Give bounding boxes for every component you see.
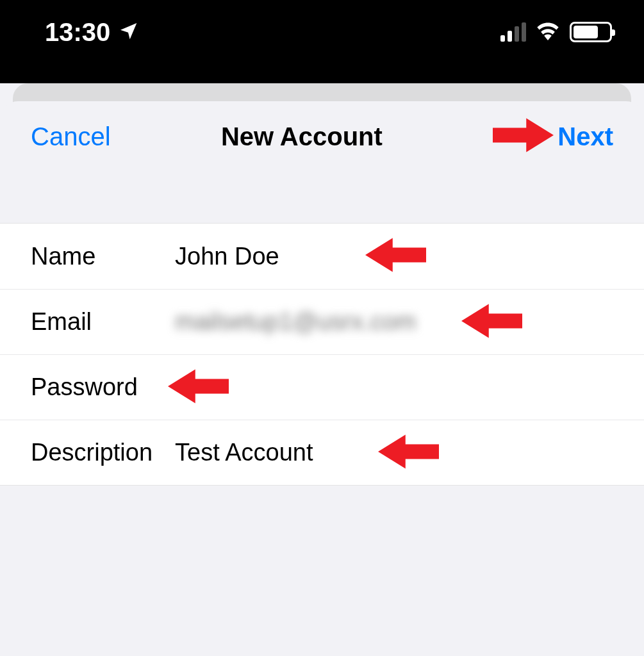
- email-row[interactable]: Email: [0, 289, 644, 354]
- cancel-button[interactable]: Cancel: [31, 122, 111, 151]
- password-field[interactable]: [175, 373, 613, 401]
- description-field[interactable]: [175, 439, 613, 466]
- battery-icon: [570, 22, 612, 42]
- navigation-bar: Cancel New Account Next: [0, 101, 644, 172]
- name-label: Name: [31, 243, 175, 270]
- name-field[interactable]: [175, 243, 613, 270]
- description-label: Description: [31, 439, 175, 466]
- password-row[interactable]: Password: [0, 354, 644, 420]
- email-label: Email: [31, 308, 175, 336]
- wifi-icon: [535, 21, 561, 43]
- password-label: Password: [31, 373, 175, 401]
- annotation-arrow-icon: [493, 116, 554, 157]
- cellular-signal-icon: [500, 22, 526, 42]
- status-time: 13:30: [45, 18, 110, 47]
- page-title: New Account: [221, 122, 383, 151]
- email-field[interactable]: [175, 308, 613, 336]
- description-row[interactable]: Description: [0, 420, 644, 485]
- fields-group: Name Email Password Description: [0, 223, 644, 486]
- status-bar: 13:30: [0, 0, 644, 83]
- modal-sheet: Cancel New Account Next Name Email Passw…: [0, 101, 644, 656]
- name-row[interactable]: Name: [0, 224, 644, 289]
- location-icon: [118, 20, 138, 44]
- next-button[interactable]: Next: [557, 122, 613, 151]
